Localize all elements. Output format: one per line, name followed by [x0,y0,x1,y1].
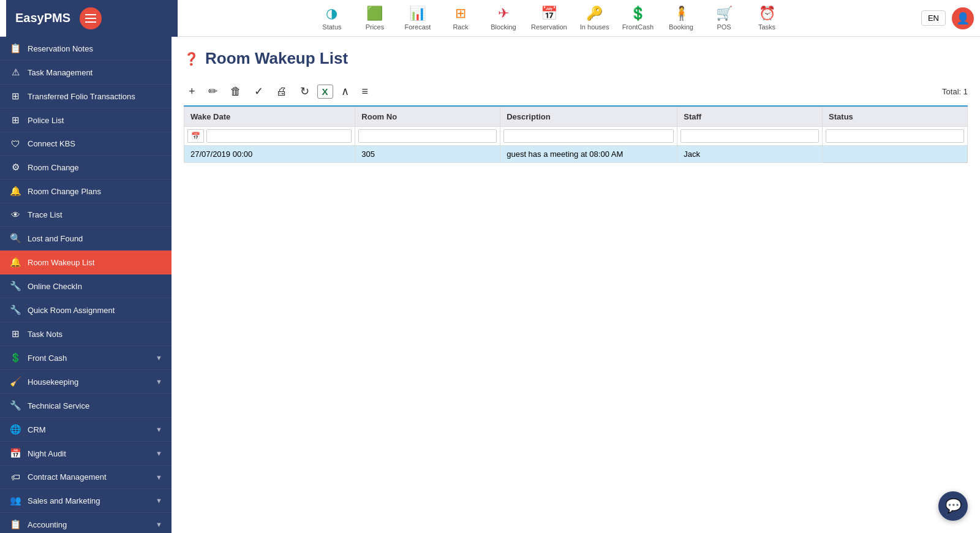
sidebar-item-night-audit[interactable]: 📅 Night Audit ▼ [0,442,172,466]
filter-wake-date[interactable] [206,129,352,143]
nav-icon-frontcash[interactable]: 💲 FrontCash [622,6,654,31]
sidebar-item-front-cash[interactable]: 💲 Front Cash ▼ [0,346,172,370]
nav-icon-tasks[interactable]: ⏰ Tasks [752,6,782,31]
cell-status[interactable] [823,146,968,163]
help-icon[interactable]: ❓ [184,51,199,66]
filter-row: 📅 [184,127,968,146]
reservation-icon: 📅 [541,6,557,21]
filter-staff[interactable] [680,129,819,143]
sidebar-item-quick-room-assignment[interactable]: 🔧 Quick Room Assignment [0,298,172,322]
sidebar-item-room-change[interactable]: ⚙ Room Change [0,156,172,180]
menu-button[interactable]: ≡ [357,83,374,100]
nav-icon-inhouses[interactable]: 🔑 In houses [579,6,610,31]
sidebar-item-police-list[interactable]: ⊞ Police List [0,108,172,132]
tasks-label: Tasks [758,23,775,31]
sidebar-item-transferred-folio[interactable]: ⊞ Transferred Folio Transactions [0,85,172,108]
task-management-sidebar-icon: ⚠ [9,67,21,78]
filter-description[interactable] [503,129,674,143]
sidebar-item-trace-list[interactable]: 👁 Trace List [0,203,172,227]
table-row[interactable]: 27/07/2019 00:00 305 guest has a meeting… [184,146,968,163]
filter-room-no[interactable] [358,129,497,143]
technical-service-sidebar-icon: 🔧 [9,400,21,411]
cell-description: guest has a meeting at 08:00 AM [500,146,677,163]
sidebar: 📋 Reservation Notes ⚠ Task Management ⊞ … [0,37,172,533]
sidebar-item-reservation-notes[interactable]: 📋 Reservation Notes [0,37,172,61]
add-button[interactable]: + [184,83,200,100]
accounting-arrow-icon: ▼ [156,521,162,528]
contract-management-arrow-icon: ▼ [156,474,162,481]
sidebar-item-task-nots[interactable]: ⊞ Task Nots [0,322,172,346]
cell-staff: Jack [677,146,823,163]
sidebar-item-lost-and-found[interactable]: 🔍 Lost and Found [0,227,172,251]
nav-icon-reservation[interactable]: 📅 Reservation [531,6,567,31]
up-button[interactable]: ∧ [336,82,354,100]
reservation-notes-sidebar-label: Reservation Notes [28,44,162,53]
room-change-plans-sidebar-label: Room Change Plans [28,187,162,196]
content-area: ❓ Room Wakeup List + ✏ 🗑 ✓ 🖨 ↻ X ∧ ≡ Tot… [172,37,980,533]
pos-icon: 🛒 [716,6,733,21]
rack-label: Rack [453,23,468,31]
toolbar: + ✏ 🗑 ✓ 🖨 ↻ X ∧ ≡ Total: 1 [184,77,968,107]
connect-kbs-sidebar-label: Connect KBS [28,139,162,148]
sidebar-item-room-change-plans[interactable]: 🔔 Room Change Plans [0,180,172,203]
sidebar-item-room-wakeup-list[interactable]: 🔔 Room Wakeup List [0,251,172,274]
delete-button[interactable]: 🗑 [225,83,246,100]
refresh-button[interactable]: ↻ [295,82,314,100]
housekeeping-sidebar-label: Housekeeping [28,377,149,387]
sidebar-item-technical-service[interactable]: 🔧 Technical Service [0,394,172,418]
sidebar-item-sales-and-marketing[interactable]: 👥 Sales and Marketing ▼ [0,489,172,513]
housekeeping-arrow-icon: ▼ [156,378,162,385]
reservation-notes-sidebar-icon: 📋 [9,43,21,54]
online-checkin-sidebar-icon: 🔧 [9,281,21,292]
sidebar-item-accounting[interactable]: 📋 Accounting ▼ [0,513,172,533]
col-room-no: Room No [355,107,500,127]
room-change-plans-sidebar-icon: 🔔 [9,186,21,197]
status-label: Status [322,23,341,31]
trace-list-sidebar-icon: 👁 [9,210,21,220]
room-change-sidebar-label: Room Change [28,163,162,172]
tasks-icon: ⏰ [759,6,775,21]
prices-label: Prices [366,23,385,31]
calendar-button[interactable]: 📅 [187,129,204,143]
user-avatar[interactable]: 👤 [952,7,974,29]
sidebar-item-contract-management[interactable]: 🏷 Contract Management ▼ [0,466,172,489]
reservation-label: Reservation [531,23,567,31]
filter-status[interactable] [826,129,964,143]
sales-and-marketing-arrow-icon: ▼ [156,497,162,504]
sidebar-item-crm[interactable]: 🌐 CRM ▼ [0,418,172,442]
edit-button[interactable]: ✏ [203,82,222,100]
sidebar-item-connect-kbs[interactable]: 🛡 Connect KBS [0,132,172,156]
sidebar-item-task-management[interactable]: ⚠ Task Management [0,61,172,85]
excel-button[interactable]: X [317,85,333,99]
front-cash-sidebar-icon: 💲 [9,352,21,363]
hamburger-button[interactable] [80,7,102,29]
chat-bubble[interactable]: 💬 [938,491,968,521]
print-button[interactable]: 🖨 [271,83,292,100]
contract-management-sidebar-icon: 🏷 [9,472,21,482]
col-status: Status [823,107,968,127]
nav-icon-forecast[interactable]: 📊 Forecast [402,6,433,31]
cell-wake-date: 27/07/2019 00:00 [184,146,355,163]
sidebar-item-housekeeping[interactable]: 🧹 Housekeeping ▼ [0,370,172,394]
room-wakeup-list-sidebar-icon: 🔔 [9,257,21,268]
check-button[interactable]: ✓ [249,82,268,100]
nav-icon-blocking[interactable]: ✈ Blocking [488,6,519,31]
nav-icon-booking[interactable]: 🧍 Booking [666,6,696,31]
nav-icon-prices[interactable]: 🟩 Prices [360,6,390,31]
nav-icon-rack[interactable]: ⊞ Rack [445,6,476,31]
nav-icon-status[interactable]: ◑ Status [317,6,347,31]
language-button[interactable]: EN [921,10,946,26]
sidebar-item-online-checkin[interactable]: 🔧 Online CheckIn [0,274,172,298]
police-list-sidebar-icon: ⊞ [9,115,21,126]
quick-room-assignment-sidebar-icon: 🔧 [9,304,21,316]
filter-description-cell [500,127,677,146]
col-staff: Staff [677,107,823,127]
prices-icon: 🟩 [366,6,383,21]
forecast-icon: 📊 [409,6,426,21]
main-layout: 📋 Reservation Notes ⚠ Task Management ⊞ … [0,37,980,533]
front-cash-sidebar-label: Front Cash [28,353,149,363]
night-audit-sidebar-label: Night Audit [28,449,149,458]
inhouses-icon: 🔑 [586,6,603,21]
nav-icon-pos[interactable]: 🛒 POS [709,6,739,31]
room-wakeup-list-sidebar-label: Room Wakeup List [28,258,162,267]
